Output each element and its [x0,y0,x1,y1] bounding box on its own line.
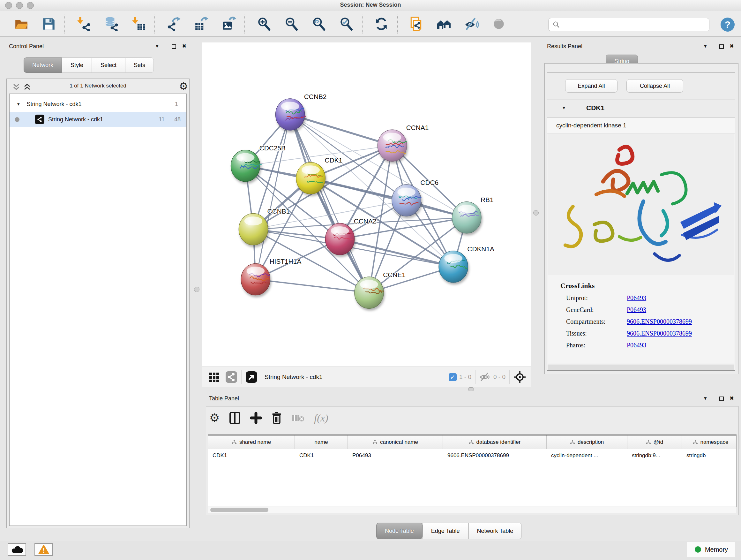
network-row[interactable]: String Network - cdk1 11 48 [10,112,186,127]
crosslink-link[interactable]: 9606.ENSP00000378699 [627,330,692,337]
table-cell[interactable]: P06493 [348,449,443,462]
table-cell[interactable]: CDK1 [295,449,348,462]
tab-edge-table[interactable]: Edge Table [422,523,468,539]
bottom-splitter-handle[interactable] [468,387,474,391]
table-panel-close-icon[interactable]: ✖ [730,395,734,401]
network-node-CCNA2[interactable] [325,223,354,255]
clone-network-button[interactable] [403,13,430,35]
add-column-icon[interactable] [250,412,262,424]
show-all-networks-button[interactable] [430,13,458,35]
selected-checkbox-icon[interactable]: ✓ [449,373,457,381]
delete-table-icon[interactable] [292,413,305,423]
import-network-database-button[interactable] [98,13,125,35]
control-panel-menu-icon[interactable]: ▾ [156,43,158,50]
column-header-canonical-name[interactable]: canonical name [348,435,443,449]
column-header--id[interactable]: @id [627,435,682,449]
open-in-window-icon[interactable] [246,371,258,383]
right-splitter-handle[interactable] [533,210,539,215]
tab-style[interactable]: Style [62,57,92,73]
table-cell[interactable]: cyclin-dependent ... [547,449,627,462]
export-network-button[interactable] [160,13,188,35]
import-table-file-button[interactable] [125,13,152,35]
zoom-fit-button[interactable] [305,13,333,35]
network-node-CCNB2[interactable] [275,99,306,130]
export-image-button[interactable] [215,13,243,35]
column-header-name[interactable]: name [295,435,348,449]
column-header-database-identifier[interactable]: database identifier [443,435,547,449]
table-row[interactable]: CDK1CDK1P064939606.ENSP00000378699cyclin… [208,449,736,462]
network-node-CCNE1[interactable] [354,277,384,308]
table-cell[interactable]: stringdb [682,449,739,462]
crosslink-link[interactable]: 9606.ENSP00000378699 [627,318,692,325]
network-node-CCNB1[interactable] [239,213,268,245]
warnings-button[interactable] [35,543,53,556]
network-node-CDK1[interactable] [296,162,325,194]
network-panel-gear-icon[interactable]: ⚙ [179,80,188,92]
network-collection-row[interactable]: ▾ String Network - cdk1 1 [10,97,186,112]
column-header-shared-name[interactable]: shared name [208,435,295,449]
table-cell[interactable]: 9606.ENSP00000378699 [443,449,547,462]
entry-scrollbar[interactable] [548,365,734,370]
column-header-description[interactable]: description [547,435,627,449]
tab-network[interactable]: Network [23,57,62,73]
import-network-file-button[interactable] [70,13,98,35]
zoom-out-button[interactable] [278,13,305,35]
network-edge-HIST1H1A-CCNE1[interactable] [256,279,369,293]
save-session-button[interactable] [35,13,63,35]
node-table[interactable]: shared namenamecanonical namedatabase id… [208,435,737,507]
crosslink-link[interactable]: P06493 [627,306,646,314]
collapse-all-button[interactable]: Collapse All [626,79,683,92]
tab-select[interactable]: Select [92,57,125,73]
search-input[interactable] [548,18,710,31]
control-panel-float-icon[interactable] [172,44,177,49]
hide-selected-button[interactable] [458,13,485,35]
control-panel-close-icon[interactable]: ✖ [182,43,186,50]
column-header-namespace[interactable]: namespace [682,435,739,449]
network-edge-CDK1-RB1[interactable] [311,178,467,217]
table-horizontal-scrollbar[interactable] [208,506,736,513]
table-cell[interactable]: stringdb:9... [627,449,682,462]
table-settings-gear-icon[interactable]: ⚙ [209,411,219,425]
grid-view-icon[interactable] [209,371,220,383]
network-node-CDC25B[interactable] [231,150,262,182]
tree-expander-icon[interactable]: ▾ [17,101,20,107]
network-node-HIST1H1A[interactable] [241,263,270,295]
export-table-button[interactable] [188,13,215,35]
tab-sets[interactable]: Sets [125,57,154,73]
network-node-CCNA1[interactable] [378,130,407,161]
memory-button[interactable]: Memory [687,542,736,557]
table-panel-menu-icon[interactable]: ▾ [704,395,707,401]
results-panel-close-icon[interactable]: ✖ [730,43,734,50]
zoom-in-button[interactable] [250,13,278,35]
results-panel-menu-icon[interactable]: ▾ [704,43,707,50]
network-node-CDC6[interactable] [392,185,421,216]
show-graphics-details-button[interactable] [485,13,513,35]
tab-node-table[interactable]: Node Table [376,523,422,539]
table-cell[interactable]: CDK1 [208,449,295,462]
network-canvas[interactable]: CCNB2CCNA1CDC25BCDK1CDC6RB1CCNB1CCNA2CDK… [202,43,531,367]
network-node-RB1[interactable] [452,202,481,233]
entry-header[interactable]: ▾ CDK1 [547,100,735,118]
entry-expander-icon[interactable]: ▾ [562,105,565,111]
zoom-selected-button[interactable] [333,13,360,35]
string-network-graph[interactable]: CCNB2CCNA1CDC25BCDK1CDC6RB1CCNB1CCNA2CDK… [202,43,531,367]
network-edge-CCNB2-CCNA1[interactable] [290,114,392,145]
table-panel-float-icon[interactable] [719,396,724,401]
left-splitter-handle[interactable] [194,287,199,292]
expand-all-button[interactable]: Expand All [565,79,617,92]
hidden-eye-icon[interactable] [479,372,491,382]
help-button[interactable]: ? [721,17,735,32]
delete-column-icon[interactable] [271,412,282,424]
cloud-status-button[interactable] [8,543,26,556]
crosslink-link[interactable]: P06493 [627,341,646,349]
scrollbar-thumb[interactable] [210,508,268,512]
tab-network-table[interactable]: Network Table [468,523,522,539]
network-node-CDKN1A[interactable] [439,251,468,283]
results-panel-float-icon[interactable] [719,44,724,49]
open-session-button[interactable] [8,13,35,35]
network-share-icon[interactable] [225,371,238,383]
network-edge-CCNB2-CCNE1[interactable] [290,114,369,293]
crosslink-link[interactable]: P06493 [627,294,646,302]
birds-eye-icon[interactable] [514,371,526,383]
apply-layout-button[interactable] [367,13,395,35]
